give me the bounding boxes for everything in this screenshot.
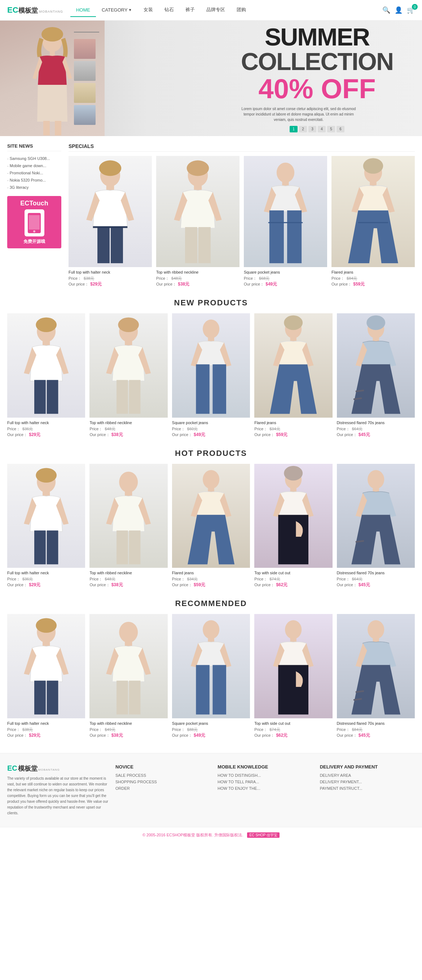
nav-brand[interactable]: 品牌专区	[200, 3, 231, 18]
svg-point-32	[118, 318, 139, 332]
footer-link-instruct[interactable]: PAYMENT INSTRUCT...	[320, 786, 415, 791]
rec-product-name-2: Top with ribbed neckline	[89, 721, 167, 725]
hot-product-1[interactable]: Full top with halter neck Price： $36元 Ou…	[7, 464, 85, 589]
svg-point-60	[284, 466, 303, 480]
banner-dot-3[interactable]: 3	[308, 126, 316, 132]
footer-bottom: © 2005-2016 ECSHOP模板堂 版权所有. 升僧国际版权法. EC …	[0, 827, 422, 843]
product-figure-svg	[68, 156, 152, 267]
sidebar-item-1[interactable]: Samsung SGH U308...	[7, 155, 61, 162]
footer-link-distingish[interactable]: HOW TO DISTINGISH...	[217, 773, 313, 778]
svg-point-9	[99, 160, 122, 176]
price-original-4: $84元	[347, 276, 357, 281]
product-figure-svg	[244, 156, 327, 267]
new-product-5[interactable]: Distressed flared 70s jeans Price： $64元 …	[337, 313, 415, 438]
nav-women[interactable]: 女装	[138, 3, 159, 18]
logo[interactable]: EC 模板堂 MOBANTANG	[7, 5, 63, 15]
nav-pants[interactable]: 裤子	[179, 3, 200, 18]
new-product-1[interactable]: Full top with halter neck Price： $36元 Ou…	[7, 313, 85, 438]
svg-rect-4	[55, 121, 61, 135]
new-product-img-3	[172, 313, 250, 418]
hot-product-3[interactable]: Flared jeans Price： $34元 Our price： $59元	[172, 464, 250, 589]
svg-rect-38	[196, 364, 209, 414]
product-name-3: Square pocket jeans	[244, 270, 327, 274]
logo-sub: MOBANTANG	[39, 10, 63, 13]
price-our-1: $29元	[90, 281, 102, 287]
ectouch-banner[interactable]: ECTouch 免费开源哦	[7, 196, 61, 248]
banner-dot-5[interactable]: 5	[327, 126, 335, 132]
new-product-name-4: Flared jeans	[254, 420, 332, 425]
rec-product-name-1: Full top with halter neck	[7, 721, 85, 725]
footer-link-order[interactable]: ORDER	[116, 786, 210, 791]
footer-link-shopping[interactable]: SHOPPING PROCESS	[116, 780, 210, 784]
banner-line1: SUMMER	[241, 25, 393, 49]
footer-link-payment[interactable]: DELIVERY PAYMENT...	[320, 780, 415, 784]
rec-product-2[interactable]: Top with ribbed neckline Price： $49元 Our…	[89, 614, 167, 738]
product-figure-svg	[156, 156, 240, 267]
new-price-our-1: $29元	[29, 432, 40, 438]
product-img-1	[68, 156, 152, 267]
special-product-1[interactable]: Full top with halter neck Price： $38元 Ou…	[68, 156, 152, 287]
hot-product-5[interactable]: Distressed flared 70s jeans Price： $64元 …	[337, 464, 415, 589]
footer-link-area[interactable]: DELIVERY AREA	[320, 773, 415, 778]
footer-mobile: MOBILE KNOWLEDGE HOW TO DISTINGISH... HO…	[217, 764, 313, 816]
banner-text: SUMMER COLLECTION 40% OFF Lorem ipsum do…	[241, 25, 393, 132]
hot-product-2[interactable]: Top with ribbed neckline Price： $48元 Our…	[89, 464, 167, 589]
special-product-4[interactable]: Flared jeans Price： $84元 Our price： $59元	[332, 156, 415, 287]
footer-logo-ec: EC	[7, 764, 17, 772]
new-price-original-2: $48元	[105, 426, 115, 432]
sidebar-item-3[interactable]: Promotional Noki...	[7, 169, 61, 177]
rec-product-5[interactable]: Distressed flared 70s jeans Price： $84元 …	[337, 614, 415, 738]
nav-category[interactable]: CATEGORY ▼	[96, 3, 138, 17]
search-icon[interactable]: 🔍	[382, 6, 390, 14]
nav-diamond[interactable]: 钻石	[159, 3, 179, 18]
svg-rect-6	[29, 215, 40, 229]
sidebar-item-4[interactable]: Nokia 5320 Promo...	[7, 177, 61, 184]
user-icon[interactable]: 👤	[395, 6, 403, 14]
chevron-down-icon: ▼	[129, 8, 132, 12]
cart-count: 0	[412, 4, 418, 10]
special-product-2[interactable]: Top with ribbed neckline Price： $48元 Our…	[156, 156, 240, 287]
ectouch-title: ECTouch	[11, 200, 58, 207]
banner-dot-2[interactable]: 2	[299, 126, 307, 132]
rec-product-1[interactable]: Full top with halter neck Price： $38元 Ou…	[7, 614, 85, 738]
sidebar-item-5[interactable]: 3G literacy	[7, 184, 61, 191]
header: EC 模板堂 MOBANTANG HOME CATEGORY ▼ 女装 钻石 裤…	[0, 0, 422, 21]
special-product-3[interactable]: Square pocket jeans Price： $68元 Our pric…	[244, 156, 327, 287]
new-product-3[interactable]: Square pocket jeans Price： $60元 Our pric…	[172, 313, 250, 438]
svg-rect-17	[185, 227, 197, 263]
svg-rect-56	[129, 530, 141, 564]
new-product-2[interactable]: Top with ribbed neckline Price： $48元 Our…	[89, 313, 167, 438]
new-product-img-4	[254, 313, 332, 418]
footer-logo-sub: MOBANTANG	[38, 768, 60, 772]
svg-rect-11	[97, 227, 109, 263]
banner-dot-6[interactable]: 6	[336, 126, 344, 132]
sidebar-item-2[interactable]: Mobile game down...	[7, 162, 61, 169]
banner-dot-4[interactable]: 4	[318, 126, 326, 132]
footer-link-sale[interactable]: SALE PROCESS	[116, 773, 210, 778]
svg-rect-69	[34, 681, 46, 715]
copyright-text: © 2005-2016 ECSHOP模板堂 版权所有. 升僧国际版权法.	[143, 833, 243, 837]
footer-link-tell[interactable]: HOW TO TELL PARA...	[217, 780, 313, 784]
svg-point-27	[36, 318, 57, 332]
new-price-our-5: $45元	[359, 432, 370, 438]
nav-group[interactable]: 团购	[231, 3, 252, 18]
banner-dot-1[interactable]: 1	[290, 126, 298, 132]
footer-novice: NOVICE SALE PROCESS SHOPPING PROCESS ORD…	[116, 764, 210, 816]
footer-link-enjoy[interactable]: HOW TO ENJOY THE...	[217, 786, 313, 791]
hot-product-4[interactable]: Top with side cut out Price： $74元 Our pr…	[254, 464, 332, 589]
rec-product-name-4: Top with side cut out	[254, 721, 332, 725]
svg-rect-35	[129, 380, 141, 414]
product-img-2	[156, 156, 240, 267]
product-figure-svg	[332, 156, 415, 267]
product-our-price-row-4: Our price： $59元	[332, 281, 415, 287]
cart-icon[interactable]: 🛒 0	[407, 6, 415, 14]
price-original-1: $38元	[84, 276, 94, 281]
new-product-4[interactable]: Flared jeans Price： $34元 Our price： $59元	[254, 313, 332, 438]
svg-line-84	[355, 691, 364, 692]
rec-product-4[interactable]: Top with side cut out Price： $74元 Our pr…	[254, 614, 332, 738]
ectouch-sub: 免费开源哦	[11, 239, 58, 245]
hot-products-grid: Full top with halter neck Price： $36元 Ou…	[7, 464, 415, 589]
nav-home[interactable]: HOME	[70, 3, 96, 17]
hot-products-section: HOT PRODUCTS Full top with halt	[7, 449, 415, 589]
rec-product-3[interactable]: Square pocket jeans Price： $88元 Our pric…	[172, 614, 250, 738]
